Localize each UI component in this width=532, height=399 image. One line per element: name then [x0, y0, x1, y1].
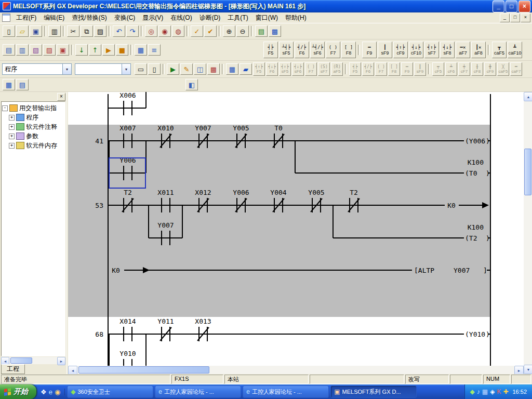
redo-button[interactable]: ↷ [126, 25, 139, 37]
ladder-symbol-caF7-button[interactable]: ═caF7 [510, 62, 522, 76]
tree-root[interactable]: -用交替输出指 [2, 103, 64, 113]
device-comment-button[interactable]: ▧ [30, 44, 42, 56]
menu-item-6[interactable]: 诊断(D) [196, 12, 224, 23]
instruction-list-button[interactable]: ≡ [148, 44, 161, 56]
ladder-symbol-sF9-button[interactable]: ┃sF9 [378, 42, 392, 58]
parameter-check-button[interactable]: ✔ [204, 25, 217, 37]
ladder-symbol-sF6-button[interactable]: ┥↓┝sF6 [292, 62, 304, 76]
ladder-coil-T0[interactable]: (T0 [465, 169, 477, 177]
ladder-symbol-caF5-button[interactable]: ┳caF5 [492, 42, 507, 58]
tray-kingsoft-icon[interactable]: K [497, 389, 501, 395]
zoom-in-button[interactable]: ⊕ [223, 25, 235, 37]
project-data-toggle-button[interactable]: ◧ [185, 79, 198, 90]
tree-item-3[interactable]: +软元件内存 [9, 141, 64, 150]
chevron-down-icon[interactable]: ▼ [122, 64, 130, 74]
find-next-button[interactable]: ◉ [158, 25, 171, 37]
statement-display-button[interactable]: ▯ [148, 63, 161, 75]
panel-scroll-track[interactable] [9, 357, 57, 364]
ladder-symbol-sF7-button[interactable]: ┥↑┝sF7 [424, 42, 439, 58]
comment-edit-button[interactable]: ▩ [207, 63, 220, 75]
restore-button[interactable]: □ [506, 1, 517, 12]
comment-display-button[interactable]: ▭ [135, 63, 147, 75]
verify-button[interactable]: ▨ [43, 44, 56, 56]
ladder-coil-Y010[interactable]: (Y010 [465, 330, 485, 338]
ladder-symbol-sF5-button[interactable]: ┥↑┝sF5 [279, 62, 291, 76]
undo-button[interactable]: ↶ [113, 25, 125, 37]
print-button[interactable]: ▥ [48, 25, 61, 37]
tree-item-0[interactable]: +程序 [9, 113, 64, 122]
program-button[interactable]: ▤ [3, 44, 15, 56]
tray-network-icon[interactable]: ▦ [482, 389, 488, 395]
ladder-symbol-aF8-button[interactable]: ┃✕aF8 [471, 42, 486, 58]
mdi-close-button[interactable]: × [521, 14, 530, 22]
copy-button[interactable]: ⧉ [81, 25, 93, 37]
ladder-symbol-cF5-button[interactable]: ┯cF5 [432, 62, 444, 76]
tree-expander-icon[interactable]: + [9, 124, 15, 130]
ladder-symbol-F9-button[interactable]: ━F9 [401, 62, 413, 76]
ladder-symbol-aF5-button[interactable]: (R)aF5 [331, 62, 343, 76]
ladder-editor[interactable]: X006X007X010Y007Y005T0Y006T2X011X012Y006… [68, 92, 524, 366]
tree-expander-icon[interactable]: + [9, 134, 15, 139]
ladder-view-button[interactable]: ▦ [3, 79, 15, 90]
merge-button[interactable]: ▣ [57, 44, 69, 56]
tree-item-1[interactable]: +软元件注释 [9, 122, 64, 131]
minimize-button[interactable]: _ [493, 1, 504, 12]
open-button[interactable]: ▱ [16, 25, 29, 37]
vertical-scrollbar[interactable]: ▲ ▼ [524, 92, 532, 374]
tree-expander-icon[interactable]: - [2, 105, 8, 111]
ladder-symbol-F8-button[interactable]: [ ]F8 [341, 42, 356, 58]
device-test-button[interactable]: ▦ [226, 63, 238, 75]
ladder-symbol-cF6-button[interactable]: ┷cF6 [445, 62, 457, 76]
ladder-symbol-F5-button[interactable]: ┥↑┝F5 [253, 62, 265, 76]
ladder-symbol-cF9-button[interactable]: ╋cF9 [484, 62, 496, 76]
ladder-symbol-sF9-button[interactable]: ┃sF9 [414, 62, 426, 76]
start-button[interactable]: 开始 [0, 384, 36, 399]
ladder-symbol-F6-button[interactable]: ┥/┝F6 [362, 62, 374, 76]
ladder-diagram[interactable]: X006X007X010Y007Y005T0Y006T2X011X012Y006… [68, 92, 524, 366]
ladder-symbol-cF8-button[interactable]: ╂cF8 [471, 62, 483, 76]
read-from-plc-button[interactable]: ↑ [89, 44, 101, 56]
ladder-coil-T2[interactable]: (T2 [465, 234, 477, 242]
ladder-symbol-cF9-button[interactable]: ┥↑┝cF9 [393, 42, 408, 58]
ie-quick-icon[interactable]: e [49, 389, 52, 395]
secondary-combobox[interactable]: ▼ [75, 63, 131, 75]
vertical-scroll-track[interactable] [524, 101, 532, 365]
close-button[interactable]: × [518, 1, 530, 12]
tray-safety-icon[interactable]: ✚ [503, 389, 508, 395]
mdi-minimize-button[interactable]: _ [500, 14, 510, 22]
find-button[interactable]: ◎ [145, 25, 157, 37]
zoom-out-button[interactable]: ⊖ [236, 25, 249, 37]
ladder-symbol-F9-button[interactable]: ━F9 [362, 42, 377, 58]
menu-item-7[interactable]: 工具(T) [224, 12, 251, 23]
tree-expander-icon[interactable]: + [9, 115, 15, 121]
tree-item-2[interactable]: +参数 [9, 131, 64, 141]
tray-volume-icon[interactable]: ♪ [477, 389, 480, 395]
paste-button[interactable]: ▨ [94, 25, 107, 37]
ladder-symbol-cF7-button[interactable]: ┿cF7 [458, 62, 470, 76]
ladder-symbol-F6-button[interactable]: ┥↓┝F6 [266, 62, 278, 76]
menu-item-1[interactable]: 编辑(E) [40, 12, 68, 23]
horizontal-scrollbar[interactable]: ◄ ► [68, 366, 524, 374]
cut-button[interactable]: ✂ [67, 25, 79, 37]
panel-horizontal-scrollbar[interactable]: ◄ ► [1, 357, 65, 364]
write-mode-button[interactable]: ✎ [180, 63, 193, 75]
ladder-symbol-F7-button[interactable]: ( )F7 [305, 62, 317, 76]
ladder-symbol-F5-button[interactable]: ┥┝F5 [349, 62, 361, 76]
scroll-thumb[interactable] [78, 366, 209, 374]
show-desktop-icon[interactable]: ❖ [41, 389, 47, 395]
trace-button[interactable]: ▰ [240, 63, 252, 75]
ladder-symbol-aF7-button[interactable]: ━✕aF7 [456, 42, 470, 58]
tab-project[interactable]: 工程 [1, 364, 25, 374]
scroll-down-icon[interactable]: ▼ [524, 365, 532, 374]
task-button-1[interactable]: e工控人家园论坛 - ... [155, 385, 241, 398]
ladder-symbol-sF7-button[interactable]: (S)sF7 [318, 62, 330, 76]
ladder-symbol-F6-button[interactable]: ┥/┝F6 [295, 42, 309, 58]
sfc-view-button[interactable]: ▤ [16, 79, 29, 90]
ladder-logic-test-button[interactable]: ▦ [135, 44, 147, 56]
task-button-3[interactable]: ▣MELSOFT系列 GX D... [330, 385, 417, 398]
ladder-symbol-caF10-button[interactable]: ┻caF10 [508, 42, 522, 58]
ladder-symbol-sF5-button[interactable]: ┴┥┝sF5 [279, 42, 294, 58]
save-button[interactable]: ▣ [30, 25, 42, 37]
ladder-symbol-F7-button[interactable]: ( )F7 [375, 62, 387, 76]
read-mode-button[interactable]: ◫ [194, 63, 206, 75]
